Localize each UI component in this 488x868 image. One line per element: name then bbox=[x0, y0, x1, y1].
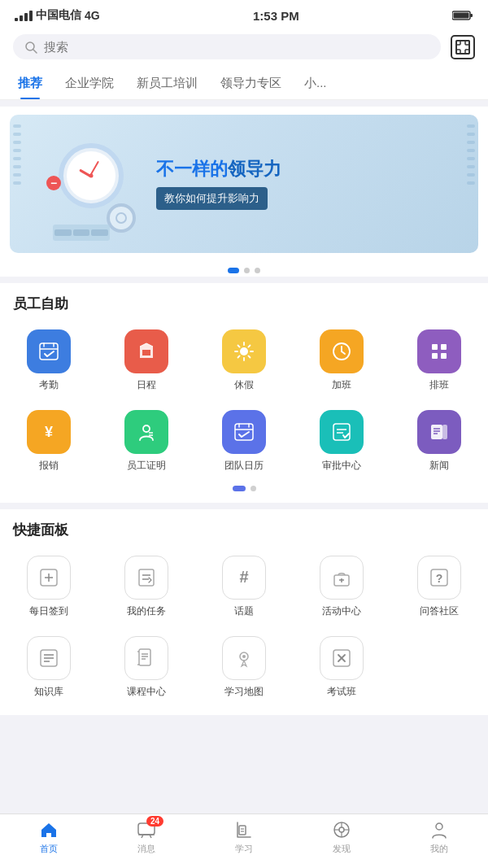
icon-tuandui[interactable]: 团队日历 bbox=[195, 403, 293, 484]
employee-page-dots bbox=[0, 484, 488, 498]
message-badge: 24 bbox=[146, 816, 163, 827]
status-bar: 中国电信 4G 1:53 PM bbox=[0, 0, 488, 28]
icon-yuangong[interactable]: 员工证明 bbox=[98, 403, 195, 484]
icon-huodong[interactable]: 活动中心 bbox=[293, 549, 390, 630]
tab-lingdao[interactable]: 领导力专区 bbox=[209, 68, 293, 99]
network-label: 4G bbox=[85, 9, 100, 22]
kecheng-label: 课程中心 bbox=[127, 685, 166, 699]
home-icon bbox=[38, 819, 59, 840]
tab-xiao[interactable]: 小... bbox=[293, 68, 338, 99]
huati-label: 话题 bbox=[234, 604, 254, 618]
richeng-icon bbox=[124, 329, 168, 373]
svg-line-4 bbox=[33, 50, 37, 53]
wenda-label: 问答社区 bbox=[420, 604, 459, 618]
kaoshi-icon bbox=[320, 636, 364, 680]
banner[interactable]: − 不一样的领导力 教你如何提升影响力 bbox=[10, 115, 478, 253]
zhishi-label: 知识库 bbox=[34, 685, 63, 699]
icon-xiujia[interactable]: 休假 bbox=[195, 323, 293, 403]
search-input-wrap[interactable] bbox=[13, 34, 441, 59]
svg-rect-1 bbox=[470, 14, 473, 17]
tab-bar-study[interactable]: 学习 bbox=[195, 819, 293, 855]
zhishi-icon bbox=[27, 636, 71, 680]
icon-qiandao[interactable]: 每日签到 bbox=[0, 549, 98, 630]
pdot-1 bbox=[233, 486, 246, 491]
scan-icon[interactable] bbox=[451, 35, 475, 59]
svg-line-24 bbox=[248, 346, 250, 347]
svg-point-86 bbox=[436, 823, 442, 830]
xuexiditu-label: 学习地图 bbox=[224, 685, 264, 699]
icon-baoxiao[interactable]: ¥ 报销 bbox=[0, 403, 98, 484]
svg-line-28 bbox=[342, 351, 345, 354]
svg-rect-77 bbox=[239, 826, 246, 835]
richeng-label: 日程 bbox=[137, 378, 156, 392]
svg-rect-31 bbox=[432, 353, 438, 359]
mine-icon bbox=[429, 819, 450, 840]
employee-self-service-section: 员工自助 考勤 bbox=[0, 283, 488, 503]
xinwen-icon bbox=[417, 410, 461, 454]
svg-text:#: # bbox=[239, 568, 248, 586]
stripe-left-decoration bbox=[10, 115, 24, 253]
quick-panel-grid: 每日签到 我的任务 # bbox=[0, 549, 488, 710]
paiban-label: 排班 bbox=[429, 378, 449, 392]
status-right bbox=[452, 10, 473, 21]
svg-rect-5 bbox=[456, 41, 460, 45]
battery-icon bbox=[452, 10, 473, 21]
tab-tuijian[interactable]: 推荐 bbox=[7, 68, 54, 99]
tuandui-label: 团队日历 bbox=[224, 459, 264, 473]
quick-panel-title: 快捷面板 bbox=[0, 521, 488, 549]
quick-panel-section: 快捷面板 每日签到 bbox=[0, 509, 488, 715]
icon-kaoqin[interactable]: 考勤 bbox=[0, 323, 98, 403]
xinwen-label: 新闻 bbox=[429, 459, 449, 473]
kaoqin-icon bbox=[27, 329, 71, 373]
search-bar bbox=[0, 28, 488, 68]
icon-richeng[interactable]: 日程 bbox=[98, 323, 195, 403]
home-label: 首页 bbox=[40, 843, 58, 855]
search-input[interactable] bbox=[44, 40, 429, 54]
icon-shenpi[interactable]: 审批中心 bbox=[293, 403, 390, 484]
icon-zhishi[interactable]: 知识库 bbox=[0, 630, 98, 710]
svg-rect-29 bbox=[432, 344, 438, 350]
study-icon bbox=[233, 819, 255, 840]
tab-bar-mine[interactable]: 我的 bbox=[390, 819, 488, 855]
svg-rect-45 bbox=[442, 425, 447, 439]
mine-label: 我的 bbox=[430, 843, 448, 855]
svg-text:?: ? bbox=[436, 572, 443, 585]
kaoshi-label: 考试班 bbox=[327, 685, 356, 699]
svg-rect-44 bbox=[431, 425, 442, 439]
banner-dot-2 bbox=[244, 268, 250, 273]
qiandao-icon bbox=[27, 556, 71, 600]
icon-paiban[interactable]: 排班 bbox=[390, 323, 488, 403]
discover-icon bbox=[331, 819, 352, 840]
paiban-icon bbox=[417, 329, 461, 373]
renwu-icon bbox=[124, 556, 168, 600]
tab-bar-discover[interactable]: 发现 bbox=[293, 819, 390, 855]
discover-label: 发现 bbox=[333, 843, 351, 855]
svg-line-23 bbox=[248, 355, 250, 357]
icon-renwu[interactable]: 我的任务 bbox=[98, 549, 195, 630]
icon-kaoshi[interactable]: 考试班 bbox=[293, 630, 390, 710]
icon-xinwen[interactable]: 新闻 bbox=[390, 403, 488, 484]
icon-kecheng[interactable]: 课程中心 bbox=[98, 630, 195, 710]
tab-xinyuan[interactable]: 新员工培训 bbox=[125, 68, 209, 99]
qiandao-label: 每日签到 bbox=[29, 604, 68, 618]
pdot-2 bbox=[251, 486, 256, 491]
svg-point-17 bbox=[240, 347, 248, 355]
tab-qiye[interactable]: 企业学院 bbox=[54, 68, 125, 99]
tab-bar-message[interactable]: 24 消息 bbox=[98, 819, 195, 855]
search-icon bbox=[24, 41, 37, 54]
category-tabs: 推荐 企业学院 新员工培训 领导力专区 小... bbox=[0, 68, 488, 100]
renwu-label: 我的任务 bbox=[127, 604, 166, 618]
xuexiditu-icon bbox=[222, 636, 266, 680]
jiaban-icon bbox=[320, 329, 364, 373]
tab-bar-home[interactable]: 首页 bbox=[0, 819, 98, 855]
baoxiao-icon: ¥ bbox=[27, 410, 71, 454]
icon-xuexiditu[interactable]: 学习地图 bbox=[195, 630, 293, 710]
banner-title: 不一样的领导力 bbox=[156, 158, 466, 181]
message-icon: 24 bbox=[136, 819, 157, 840]
icon-huati[interactable]: # 话题 bbox=[195, 549, 293, 630]
svg-rect-37 bbox=[235, 424, 253, 440]
icon-jiaban[interactable]: 加班 bbox=[293, 323, 390, 403]
svg-rect-2 bbox=[453, 13, 468, 19]
time-label: 1:53 PM bbox=[253, 9, 299, 23]
icon-wenda[interactable]: ? 问答社区 bbox=[390, 549, 488, 630]
